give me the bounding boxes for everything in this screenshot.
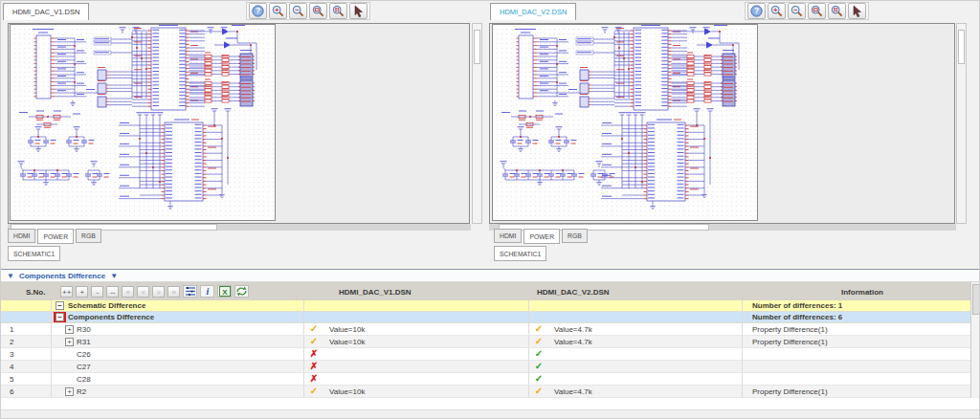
sheet-tab-hdmi[interactable]: HDMI — [8, 229, 35, 243]
col-header-information: Information — [841, 288, 883, 297]
cross-icon: ✗ — [307, 349, 321, 359]
check-icon: ✓ — [532, 386, 546, 396]
v1-cell: ✗ — [304, 348, 529, 360]
sheet-tab-power[interactable]: POWER — [37, 229, 74, 244]
nav-button-1[interactable]: + — [76, 286, 88, 298]
check-icon: ✓ — [532, 337, 546, 346]
zoom-window-icon[interactable] — [808, 3, 826, 19]
table-row[interactable]: 3C26✗✓ — [1, 348, 971, 361]
sno-cell — [1, 312, 52, 322]
doc-tab-v2[interactable]: HDMI_DAC_V2.DSN — [490, 3, 576, 20]
nav-button-5[interactable]: < — [137, 286, 149, 298]
info-icon[interactable]: i — [200, 285, 214, 298]
table-vscroll-thumb[interactable] — [972, 284, 980, 315]
app-window: HDMI_DAC_V1.DSN ?+− HDMIPOWERRGB SCHEMAT… — [0, 0, 980, 419]
check-icon: ✓ — [307, 337, 321, 346]
right-toolbar: ?+− — [745, 2, 869, 20]
group-info-cell: Number of differences: 1 — [743, 300, 971, 311]
table-row[interactable]: 5C28✗✓ — [1, 373, 971, 386]
group-info-text: Number of differences: 1 — [752, 301, 842, 310]
sno-text: 1 — [10, 325, 13, 334]
sheet-tab-rgb[interactable]: RGB — [562, 229, 588, 243]
info-text: Property Difference(1) — [752, 338, 828, 346]
nav-button-3[interactable]: -- — [106, 286, 119, 298]
svg-text:+: + — [275, 7, 278, 13]
schematic-page-v2[interactable] — [492, 24, 758, 221]
expand-box-icon[interactable]: + — [65, 387, 74, 396]
svg-text:?: ? — [754, 6, 759, 15]
collapse-triangle-icon[interactable]: ▼ — [7, 272, 14, 280]
select-icon[interactable] — [848, 3, 866, 19]
component-name-cell: +R31 — [52, 336, 304, 347]
select-icon[interactable] — [349, 3, 368, 19]
zoom-all-icon[interactable] — [828, 3, 846, 19]
sheet-tab-rgb[interactable]: RGB — [76, 229, 101, 243]
table-row[interactable]: 1+R30✓Value=10k✓Value=4.7kProperty Diffe… — [1, 323, 971, 336]
sheet-tab-power[interactable]: POWER — [523, 229, 560, 244]
v2-vertical-scrollbar[interactable] — [956, 23, 967, 224]
sno-cell — [1, 300, 52, 311]
sheet-tab-hdmi[interactable]: HDMI — [494, 229, 522, 243]
left-toolbar: ?+− — [246, 2, 370, 20]
value-text: Value=4.7k — [554, 387, 592, 396]
zoom-out-icon[interactable]: − — [289, 3, 307, 19]
zoom-in-icon[interactable]: + — [768, 3, 786, 19]
sno-text: 4 — [10, 363, 13, 371]
collapse-box-icon[interactable]: − — [56, 313, 64, 321]
schematic-page-v1[interactable] — [10, 24, 276, 221]
v2-sheet-tabs: HDMIPOWERRGB — [494, 229, 588, 244]
collapse-triangle-icon[interactable]: ▼ — [110, 272, 118, 280]
v1-vertical-scrollbar[interactable] — [472, 23, 482, 224]
v2-cell — [529, 300, 743, 311]
zoom-out-icon[interactable]: − — [788, 3, 806, 19]
help-icon[interactable]: ? — [747, 3, 766, 19]
nav-button-7[interactable]: » — [167, 286, 180, 298]
svg-text:−: − — [295, 7, 299, 13]
v1-vscroll-thumb[interactable] — [474, 30, 480, 64]
filter-icon[interactable] — [183, 285, 197, 298]
help-icon[interactable]: ? — [249, 3, 267, 19]
v1-sheet-tabs: HDMIPOWERRGB — [8, 229, 101, 244]
table-row[interactable]: 2+R31✓Value=10k✓Value=4.7kProperty Diffe… — [1, 336, 971, 348]
value-text: Value=4.7k — [554, 338, 592, 346]
zoom-all-icon[interactable] — [329, 3, 347, 19]
export-icon[interactable] — [234, 285, 249, 298]
v2-vscroll-thumb[interactable] — [958, 30, 965, 64]
check-icon: ✓ — [307, 386, 321, 396]
nav-button-2[interactable]: - — [91, 286, 103, 298]
table-row[interactable]: 6+R2✓Value=10k✓Value=4.7kProperty Differ… — [1, 386, 971, 398]
doc-tab-v1[interactable]: HDMI_DAC_V1.DSN — [3, 3, 89, 20]
v1-cell: ✗ — [304, 373, 529, 385]
nav-button-0[interactable]: ++ — [60, 286, 73, 298]
group-name-cell: −Components Difference — [52, 312, 304, 322]
col-header-sno: S.No. — [26, 288, 45, 297]
zoom-in-icon[interactable]: + — [269, 3, 287, 19]
group-row-0[interactable]: −Schematic DifferenceNumber of differenc… — [1, 300, 971, 312]
excel-icon[interactable]: X — [217, 285, 232, 298]
nav-button-6[interactable]: > — [152, 286, 165, 298]
table-toolbar: +++---«<>»iX — [60, 285, 249, 298]
zoom-window-icon[interactable] — [309, 3, 327, 19]
cross-icon: ✗ — [307, 362, 321, 371]
check-icon: ✓ — [307, 324, 321, 334]
table-vertical-scrollbar[interactable] — [970, 282, 980, 398]
nav-button-4[interactable]: « — [122, 286, 134, 298]
difference-rows: −Schematic DifferenceNumber of differenc… — [1, 300, 971, 398]
group-info-cell: Number of differences: 6 — [743, 312, 971, 322]
v1-schematic-tab[interactable]: SCHEMATIC1 — [8, 246, 60, 261]
difference-panel-header[interactable]: ▼ Components Difference ▼ — [1, 270, 980, 282]
v2-cell: ✓Value=4.7k — [529, 323, 743, 335]
component-name: R30 — [77, 325, 91, 334]
group-row-1[interactable]: −Components DifferenceNumber of differen… — [1, 312, 971, 323]
sno-cell: 5 — [1, 373, 52, 385]
v2-cell: ✓Value=4.7k — [529, 386, 743, 397]
collapse-box-icon[interactable]: − — [56, 301, 64, 310]
expand-box-icon[interactable]: + — [65, 325, 74, 334]
expand-box-icon[interactable]: + — [65, 338, 74, 346]
table-row[interactable]: 4C27✗✓ — [1, 361, 971, 373]
check-icon: ✓ — [532, 324, 546, 334]
component-name: C28 — [77, 375, 91, 384]
info-cell — [743, 373, 971, 385]
v2-schematic-tab[interactable]: SCHEMATIC1 — [494, 246, 546, 261]
component-name-cell: C26 — [52, 348, 304, 360]
